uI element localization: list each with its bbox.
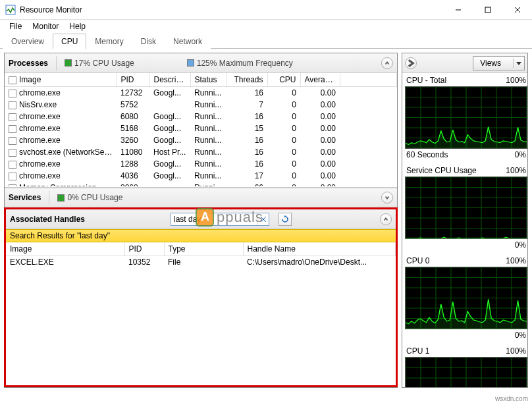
chart-max: 100% [506,76,526,85]
row-checkbox[interactable] [9,161,16,169]
handles-header[interactable]: Associated Handles [6,209,396,229]
menu-monitor[interactable]: Monitor [27,20,64,32]
svg-rect-2 [485,7,491,13]
col-desc[interactable]: Descrip... [149,73,190,87]
table-row[interactable]: chrome.exe3260Googl...Runni...1600.00 [5,134,397,146]
app-icon [5,5,16,15]
row-checkbox[interactable] [9,173,16,180]
chart-title: Service CPU Usage [406,166,477,175]
menu-help[interactable]: Help [64,20,91,32]
refresh-icon[interactable] [279,213,292,226]
col-avg[interactable]: Averag... [300,73,340,87]
views-button[interactable]: Views [473,56,525,70]
cpu-usage-stat: 17% CPU Usage [65,59,134,68]
chart-card: CPU 1100% [405,345,527,387]
table-row[interactable]: Memory Compression3060Runni...6600.00 [5,182,397,186]
hcol-image[interactable]: Image [6,242,124,256]
max-freq-stat: 125% Maximum Frequency [187,59,293,68]
table-row[interactable]: chrome.exe6080Googl...Runni...1600.00 [5,111,397,122]
close-button[interactable] [502,0,532,19]
row-checkbox[interactable] [9,149,16,157]
col-image[interactable]: Image [5,73,117,87]
row-checkbox[interactable] [9,90,16,97]
chart-graph [405,86,527,149]
watermark-text: wsxdn.com [495,395,528,402]
processes-header[interactable]: Processes 17% CPU Usage 125% Maximum Fre… [5,53,397,73]
chart-max: 100% [506,166,526,175]
left-pane: Processes 17% CPU Usage 125% Maximum Fre… [4,53,398,388]
chevron-up-icon[interactable] [381,57,393,69]
table-row[interactable]: chrome.exe5168Googl...Runni...1500.00 [5,122,397,134]
rightpane-header: Views [402,53,527,73]
col-cpu[interactable]: CPU [267,73,300,87]
table-row[interactable]: NisSrv.exe5752Runni...700.00 [5,99,397,111]
processes-title: Processes [9,59,48,68]
chevron-up-icon[interactable] [380,213,392,225]
row-checkbox[interactable] [9,125,16,133]
handles-search [171,213,269,226]
processes-table: Image PID Descrip... Status Threads CPU … [5,73,397,188]
table-row[interactable]: EXCEL.EXE10352FileC:\Users\madro\OneDriv… [6,256,396,269]
chevron-down-icon[interactable] [381,192,393,203]
tab-memory[interactable]: Memory [86,34,132,49]
col-status[interactable]: Status [190,73,226,87]
svg-marker-7 [516,62,521,65]
row-checkbox[interactable] [9,101,16,109]
search-results-bar: Search Results for "last day" [6,229,396,242]
col-pid[interactable]: PID [117,73,149,87]
hcol-handle[interactable]: Handle Name [243,242,396,256]
minimize-button[interactable] [443,0,473,19]
services-cpu-stat: 0% CPU Usage [57,193,122,202]
chart-card: CPU - Total100% 60 Seconds0% [405,74,527,161]
window-title: Resource Monitor [20,5,443,14]
table-row[interactable]: chrome.exe1288Googl...Runni...1600.00 [5,158,397,170]
row-checkbox[interactable] [9,184,16,186]
hcol-pid[interactable]: PID [124,242,164,256]
chart-graph [405,176,527,239]
menu-file[interactable]: File [4,20,27,32]
row-checkbox[interactable] [9,113,16,121]
checkbox-all[interactable] [9,76,16,84]
tab-disk[interactable]: Disk [132,34,165,49]
table-row[interactable]: chrome.exe12732Googl...Runni...1600.00 [5,87,397,99]
chart-max: 100% [506,346,526,356]
chevron-right-icon[interactable] [405,57,417,69]
tab-overview[interactable]: Overview [3,34,53,49]
col-threads[interactable]: Threads [226,73,267,87]
tab-cpu[interactable]: CPU [53,34,86,49]
search-input[interactable] [171,213,257,225]
table-row[interactable]: svchost.exe (NetworkService...11080Host … [5,146,397,158]
tab-network[interactable]: Network [165,34,211,49]
associated-handles-panel: Associated Handles Search Results for "l… [4,207,398,387]
dropdown-icon[interactable] [514,61,524,66]
menu-bar: File Monitor Help [0,20,532,33]
services-title: Services [9,193,41,202]
title-bar: Resource Monitor [0,0,532,20]
chart-title: CPU - Total [406,76,446,85]
chart-title: CPU 0 [406,256,429,265]
chart-max: 100% [506,256,526,265]
right-pane: Views CPU - Total100% 60 Seconds0%Servic… [402,53,528,388]
chart-graph [405,357,527,387]
maximize-button[interactable] [473,0,502,19]
tab-bar: Overview CPU Memory Disk Network [0,33,532,49]
handles-title: Associated Handles [10,215,85,224]
row-checkbox[interactable] [9,137,16,145]
chart-graph [405,267,527,329]
services-header[interactable]: Services 0% CPU Usage [5,188,397,207]
table-row[interactable]: chrome.exe4036Googl...Runni...1700.00 [5,170,397,182]
chart-card: Service CPU Usage100% 0% [405,165,527,251]
chart-title: CPU 1 [406,346,429,356]
clear-search-icon[interactable] [257,213,269,225]
hcol-type[interactable]: Type [164,242,243,256]
chart-card: CPU 0100% 0% [405,255,527,341]
